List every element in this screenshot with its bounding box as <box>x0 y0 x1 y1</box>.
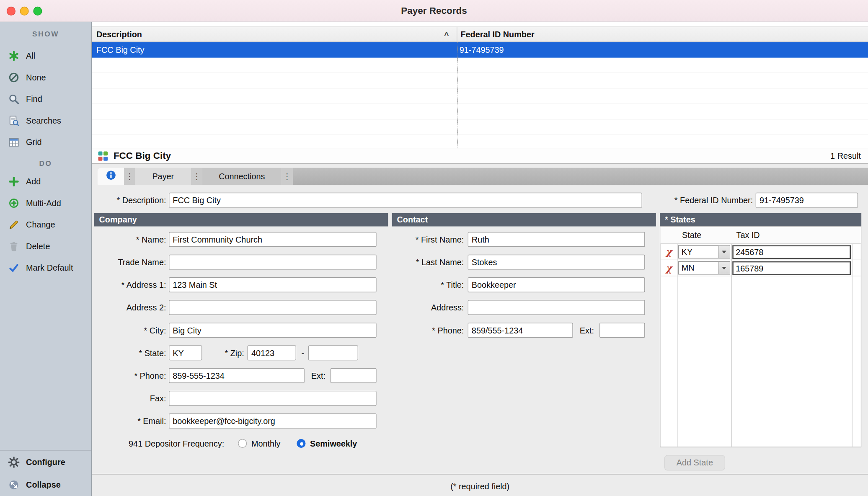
address1-label: * Address 1: <box>92 277 166 292</box>
description-input[interactable] <box>169 193 642 208</box>
delete-state-icon[interactable]: χ <box>666 246 672 257</box>
sidebar-item-searches[interactable]: Searches <box>0 110 91 132</box>
contact-ext-input[interactable] <box>599 323 645 338</box>
contact-address-input[interactable] <box>468 300 645 315</box>
sidebar-item-add[interactable]: Add <box>0 170 91 192</box>
sidebar-item-label: Searches <box>26 116 61 125</box>
saved-search-icon <box>8 114 20 127</box>
tab-menu-handle[interactable]: ⋮ <box>124 168 135 185</box>
column-header-federal-id[interactable]: Federal ID Number <box>457 27 868 41</box>
tab-bar: ⋮ Payer ⋮ Connections ⋮ <box>98 168 868 185</box>
required-field-note: (* required field) <box>92 479 868 493</box>
zip4-input[interactable] <box>308 346 358 361</box>
sidebar-item-label: Configure <box>26 457 65 467</box>
list-row-empty[interactable] <box>92 57 868 73</box>
states-table: State Tax ID χ KY χ MN <box>660 226 861 447</box>
tab-label: Connections <box>219 172 265 181</box>
zip-input[interactable] <box>248 346 296 361</box>
fax-input[interactable] <box>169 391 377 406</box>
record-header: FCC Big City 1 Result <box>92 148 868 164</box>
tax-id-input[interactable] <box>732 261 851 275</box>
monthly-radio[interactable] <box>238 439 247 448</box>
column-divider <box>457 42 458 148</box>
list-row-empty[interactable] <box>92 104 868 119</box>
state-select[interactable]: MN <box>678 261 730 275</box>
sidebar-item-delete[interactable]: Delete <box>0 235 91 257</box>
plus-icon <box>8 175 20 187</box>
contact-phone-input[interactable] <box>468 323 573 338</box>
sidebar-item-all[interactable]: All <box>0 45 91 67</box>
sidebar-section-show: SHOW <box>0 28 91 41</box>
contact-ext-label: Ext: <box>568 323 594 338</box>
description-label: * Description: <box>92 193 166 208</box>
sidebar-item-grid[interactable]: Grid <box>0 131 91 153</box>
magnifier-icon <box>8 93 20 105</box>
sidebar-item-mark-default[interactable]: Mark Default <box>0 257 91 279</box>
tab-payer[interactable]: Payer <box>135 168 191 185</box>
list-header: Description ^ Federal ID Number <box>92 26 868 42</box>
payer-list[interactable]: FCC Big City 91-7495739 <box>92 42 868 148</box>
sidebar-item-find[interactable]: Find <box>0 88 91 110</box>
sidebar-item-multi-add[interactable]: Multi-Add <box>0 192 91 214</box>
sidebar-item-label: Multi-Add <box>26 198 61 207</box>
spacer <box>92 22 868 27</box>
sidebar-item-label: Collapse <box>26 480 61 489</box>
column-header-label: Federal ID Number <box>460 29 534 39</box>
add-state-button[interactable]: Add State <box>664 455 725 470</box>
state-select[interactable]: KY <box>678 245 730 258</box>
address2-label: Address 2: <box>92 300 166 315</box>
sidebar-footer: Configure Collapse <box>0 450 91 496</box>
trade-name-input[interactable] <box>169 255 377 270</box>
monthly-radio-label: Monthly <box>251 436 280 451</box>
list-row-empty[interactable] <box>92 73 868 88</box>
contact-phone-label: * Phone: <box>369 323 464 338</box>
tab-menu-handle[interactable]: ⋮ <box>191 168 202 185</box>
window-title: Payer Records <box>0 0 868 22</box>
list-row-empty[interactable] <box>92 88 868 104</box>
city-label: * City: <box>92 323 166 338</box>
info-button[interactable] <box>98 168 124 185</box>
delete-state-icon[interactable]: χ <box>666 262 672 273</box>
last-name-input[interactable] <box>468 255 645 270</box>
semiweekly-radio[interactable] <box>297 439 305 448</box>
states-column-taxid[interactable]: Tax ID <box>731 227 852 244</box>
states-column-state[interactable]: State <box>677 227 731 244</box>
title-input[interactable] <box>468 277 645 292</box>
cell-federal-id: 91-7495739 <box>460 42 504 57</box>
sort-ascending-icon[interactable]: ^ <box>444 28 449 42</box>
email-input[interactable] <box>169 413 377 429</box>
divider <box>92 474 868 474</box>
fax-label: Fax: <box>92 391 166 406</box>
sidebar-item-collapse[interactable]: Collapse <box>0 473 91 496</box>
collapse-icon <box>8 478 20 491</box>
sidebar-item-label: Grid <box>26 137 41 147</box>
tab-connections[interactable]: Connections <box>202 168 282 185</box>
sidebar-item-label: Change <box>26 220 55 229</box>
address1-input[interactable] <box>169 277 377 292</box>
zip-dash: - <box>298 346 307 361</box>
company-ext-input[interactable] <box>331 368 377 383</box>
first-name-input[interactable] <box>468 232 645 247</box>
info-icon <box>106 170 116 183</box>
column-header-description[interactable]: Description ^ <box>92 27 457 41</box>
sidebar-item-label: None <box>26 72 46 82</box>
city-input[interactable] <box>169 323 377 338</box>
list-row-empty[interactable] <box>92 119 868 135</box>
sidebar-item-configure[interactable]: Configure <box>0 451 91 473</box>
address2-input[interactable] <box>169 300 377 315</box>
list-row-empty[interactable] <box>92 135 868 148</box>
pencil-icon <box>8 218 20 230</box>
titlebar: Payer Records <box>0 0 868 22</box>
gear-icon <box>8 456 20 468</box>
sidebar-item-none[interactable]: None <box>0 67 91 88</box>
company-phone-input[interactable] <box>169 368 305 383</box>
federal-id-input[interactable] <box>756 193 858 208</box>
tab-menu-handle[interactable]: ⋮ <box>282 168 292 185</box>
state-label: * State: <box>92 346 166 361</box>
list-row-selected[interactable]: FCC Big City 91-7495739 <box>92 42 868 57</box>
tab-label: Payer <box>152 172 174 181</box>
payer-record-icon <box>98 150 108 161</box>
sidebar-item-change[interactable]: Change <box>0 214 91 235</box>
company-name-input[interactable] <box>169 232 377 247</box>
tax-id-input[interactable] <box>732 245 851 259</box>
